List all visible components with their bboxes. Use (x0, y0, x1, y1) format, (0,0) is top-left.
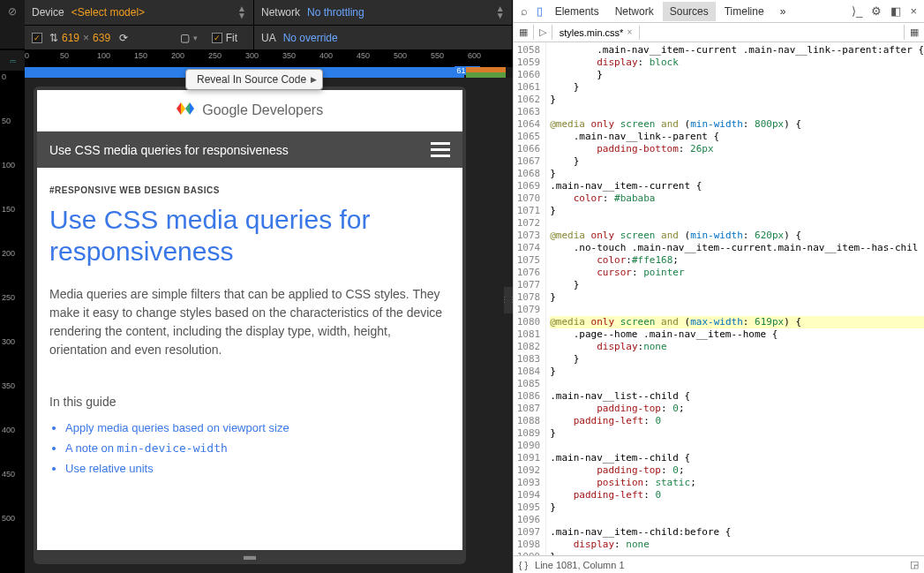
reload-icon[interactable]: ⟳ (119, 32, 128, 44)
ruler-tick: 350 (2, 381, 15, 390)
device-toolbar-row2: ✓ ⇅ 619 × 639 ⟳ ▢ ▾ ✓ Fit UA No override (25, 25, 513, 49)
indicator-icon: ⎓ (0, 49, 25, 71)
ua-value[interactable]: No override (283, 32, 505, 44)
viewport: Google Developers Use CSS media queries … (25, 78, 513, 573)
swap-icon[interactable]: ⇅ (49, 32, 58, 44)
logo-text: Google Developers (202, 102, 323, 117)
google-logo-icon (177, 102, 194, 117)
menu-icon[interactable] (431, 142, 450, 157)
ruler-tick: 450 (2, 470, 15, 479)
tab-sources[interactable]: Sources (663, 2, 716, 21)
dock-icon[interactable]: ◧ (887, 3, 905, 19)
file-tab[interactable]: styles.min.css* × (552, 26, 641, 40)
devtools-panel: ⌕ ▯ Elements Network Sources Timeline » … (513, 0, 924, 573)
fit-checkbox[interactable]: ✓ (212, 33, 222, 43)
width-value[interactable]: 619 (62, 32, 79, 44)
page-subheader: Use CSS media queries for responsiveness (37, 132, 462, 168)
ua-label: UA (261, 32, 276, 44)
cursor-position: Line 1081, Column 1 (535, 560, 625, 570)
checkbox[interactable]: ✓ (32, 33, 42, 43)
breadcrumb[interactable]: #RESPONSIVE WEB DESIGN BASICS (49, 185, 450, 195)
ruler-tick: 250 (2, 293, 15, 302)
search-icon[interactable]: ⌕ (517, 3, 531, 19)
stepper-icon: ▲▼ (237, 5, 246, 19)
file-tab-name: styles.min.css* (560, 27, 624, 38)
network-value: No throttling (307, 6, 496, 19)
device-value: <Select model> (71, 6, 237, 19)
fit-label: Fit (226, 32, 237, 44)
guide-link[interactable]: A note on min-device-width (65, 441, 450, 455)
device-select[interactable]: Device <Select model> ▲▼ (25, 0, 254, 25)
site-header: Google Developers (37, 90, 462, 132)
device-toolbar: Device <Select model> ▲▼ Network No thro… (25, 0, 513, 25)
console-icon[interactable]: ⟩_ (848, 3, 866, 19)
code-content[interactable]: .main-nav__item--current .main-nav__link… (546, 42, 924, 555)
ruler-tick: 400 (2, 426, 15, 434)
debugger-icon[interactable]: ▦ (904, 25, 924, 40)
network-label: Network (261, 6, 300, 19)
no-sign-icon: ⊘ (0, 0, 25, 49)
ruler-tick: 200 (2, 249, 15, 258)
vertical-ruler: 0 50 100 150 200 250 300 350 400 450 500 (0, 71, 25, 573)
braces-icon[interactable]: { } (519, 560, 528, 570)
page-content[interactable]: Google Developers Use CSS media queries … (37, 90, 462, 550)
tab-elements[interactable]: Elements (548, 2, 606, 21)
stepper-icon: ▲▼ (496, 5, 505, 19)
ruler-tick: 0 (2, 72, 6, 81)
reveal-in-source-tooltip[interactable]: Reveal In Source Code (185, 69, 323, 90)
ruler-tick: 150 (2, 205, 15, 214)
expand-icon[interactable]: ◲ (910, 559, 919, 570)
device-mode-icon[interactable]: ▯ (533, 3, 546, 19)
guide-link[interactable]: Use relative units (65, 462, 450, 475)
horizontal-ruler: 0 50 100 150 200 250 300 350 400 450 500… (25, 49, 513, 67)
ruler-tick: 500 (2, 514, 15, 523)
status-bar: { } Line 1081, Column 1 ◲ (514, 555, 924, 573)
tab-timeline[interactable]: Timeline (717, 2, 771, 21)
ruler-tick: 100 (2, 161, 15, 170)
tab-network[interactable]: Network (608, 2, 661, 21)
network-select[interactable]: Network No throttling ▲▼ (254, 0, 513, 25)
file-tabs: ▦ ▷ styles.min.css* × ▦ (514, 23, 924, 42)
device-frame: Google Developers Use CSS media queries … (34, 87, 466, 564)
resize-handle[interactable]: ⋮⋮ (504, 287, 513, 313)
intro-paragraph: Media queries are simple filters that ca… (49, 285, 450, 359)
close-icon[interactable]: × (627, 27, 632, 37)
device-label: Device (32, 6, 64, 19)
ruler-tick: 300 (2, 337, 15, 346)
navigator-icon[interactable]: ▦ (514, 25, 534, 40)
code-editor[interactable]: 1058105910601061106210631064106510661067… (514, 42, 924, 555)
gear-icon[interactable]: ⚙ (868, 3, 885, 19)
guide-list: Apply media queries based on viewport si… (49, 421, 450, 475)
tabs-overflow[interactable]: » (773, 2, 793, 21)
line-numbers: 1058105910601061106210631064106510661067… (514, 42, 547, 555)
subheader-text: Use CSS media queries for responsiveness (49, 143, 289, 157)
guide-heading: In this guide (49, 395, 450, 409)
responsive-design-view: ⊘ ⎓ 0 50 100 150 200 250 300 350 400 450… (0, 0, 513, 573)
home-indicator-icon: ▬ (37, 550, 462, 561)
page-title: Use CSS media queries for responsiveness (49, 204, 450, 268)
height-value[interactable]: 639 (93, 32, 110, 44)
close-icon[interactable]: × (906, 3, 920, 19)
guide-link[interactable]: Apply media queries based on viewport si… (65, 421, 450, 434)
screenshot-icon[interactable]: ▢ (180, 32, 190, 44)
devtools-tabs: ⌕ ▯ Elements Network Sources Timeline » … (514, 0, 924, 23)
breakpoint-marker[interactable] (466, 72, 506, 78)
play-icon[interactable]: ▷ (534, 25, 552, 40)
ruler-tick: 50 (2, 117, 11, 125)
